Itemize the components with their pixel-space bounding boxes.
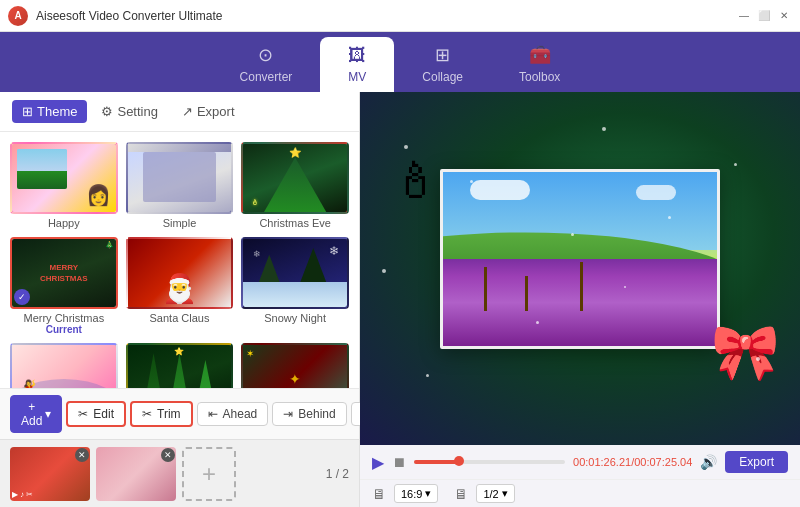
audio-ctrl-icon: ♪: [20, 490, 24, 499]
converter-icon: ⊙: [258, 44, 273, 66]
stop-button[interactable]: ⏹: [392, 454, 406, 470]
theme-santa-claus[interactable]: 🎅 Santa Claus: [126, 237, 234, 335]
ahead-button[interactable]: ⇤ Ahead: [197, 402, 269, 426]
theme-snowy-night[interactable]: ❄ ❄ Snowy Night: [241, 237, 349, 335]
app-logo: A: [8, 6, 28, 26]
film-close-2[interactable]: ✕: [161, 448, 175, 462]
theme-christmas-eve[interactable]: ⭐ 🕯 Christmas Eve: [241, 142, 349, 229]
zoom-dropdown-icon: ▾: [502, 487, 508, 500]
theme-thumb-stripes-waves: 💃: [10, 343, 118, 388]
edit-button[interactable]: ✂ Edit: [66, 401, 126, 427]
ahead-icon: ⇤: [208, 407, 218, 421]
theme-thumb-christmas-eve: ⭐ 🕯: [241, 142, 349, 214]
minimize-icon[interactable]: —: [736, 8, 752, 24]
app-title: Aiseesoft Video Converter Ultimate: [36, 9, 736, 23]
play-button[interactable]: ▶: [372, 453, 384, 472]
current-label: Current: [46, 324, 82, 335]
ratio-dropdown-icon: ▾: [425, 487, 431, 500]
tab-mv[interactable]: 🖼 MV: [320, 37, 394, 92]
right-panel: 🕯: [360, 92, 800, 507]
monitor-icon: 🖥: [372, 486, 386, 502]
maximize-icon[interactable]: ⬜: [756, 8, 772, 24]
theme-label-snowy-night: Snowy Night: [264, 312, 326, 324]
add-button[interactable]: + Add ▾: [10, 395, 62, 433]
theme-thumb-snowy-night: ❄ ❄: [241, 237, 349, 309]
theme-label-merry-christmas: Merry Christmas: [23, 312, 104, 324]
subnav-setting[interactable]: ⚙ Setting: [91, 100, 167, 123]
play-ctrl-icon: ▶: [12, 490, 18, 499]
ratio-controls: 🖥 16:9 ▾ 🖥 1/2 ▾: [360, 479, 800, 507]
behind-icon: ⇥: [283, 407, 293, 421]
theme-thumb-christmas-tree: ⭐: [126, 343, 234, 388]
nav-tabs: ⊙ Converter 🖼 MV ⊞ Collage 🧰 Toolbox: [0, 32, 800, 92]
theme-stripes-waves[interactable]: 💃 Stripes & Waves: [10, 343, 118, 388]
theme-check-icon: ✓: [14, 289, 30, 305]
film-close-1[interactable]: ✕: [75, 448, 89, 462]
theme-grid-icon: ⊞: [22, 104, 33, 119]
preview-area: 🕯: [360, 92, 800, 445]
theme-label-happy: Happy: [48, 217, 80, 229]
collage-icon: ⊞: [435, 44, 450, 66]
player-controls: ▶ ⏹ 00:01:26.21/00:07:25.04 🔊 Export: [360, 445, 800, 479]
progress-bar[interactable]: [414, 460, 565, 464]
theme-thumb-simple: [126, 142, 234, 214]
tab-converter[interactable]: ⊙ Converter: [212, 36, 321, 92]
theme-thumb-beautiful-christmas: ✦ 🎁 ✶: [241, 343, 349, 388]
export-button[interactable]: Export: [725, 451, 788, 473]
behind-button[interactable]: ⇥ Behind: [272, 402, 346, 426]
theme-thumb-happy: 👩: [10, 142, 118, 214]
theme-grid: 👩 Happy Simple ⭐: [0, 132, 359, 388]
volume-icon[interactable]: 🔊: [700, 454, 717, 470]
display-icon: 🖥: [454, 486, 468, 502]
theme-christmas-tree[interactable]: ⭐ Christmas Tree: [126, 343, 234, 388]
filmstrip: ✕ ▶ ♪ ✂ ✕ + 1 / 2: [0, 439, 359, 507]
add-dropdown-icon: ▾: [45, 407, 51, 421]
theme-label-santa-claus: Santa Claus: [150, 312, 210, 324]
edit-ctrl-icon: ✂: [26, 490, 33, 499]
film-controls-1: ▶ ♪ ✂: [12, 490, 33, 499]
theme-thumb-merry-christmas: MERRYCHRISTMAS 🎄 ✓: [10, 237, 118, 309]
ratio-selector[interactable]: 16:9 ▾: [394, 484, 438, 503]
setting-gear-icon: ⚙: [101, 104, 113, 119]
trim-scissors-icon: ✂: [142, 407, 152, 421]
mv-icon: 🖼: [348, 45, 366, 66]
theme-label-christmas-eve: Christmas Eve: [259, 217, 331, 229]
bottom-toolbar: + Add ▾ ✂ Edit ✂ Trim ⇤ Ahead ⇥ Behind ◁…: [0, 388, 359, 439]
tab-collage[interactable]: ⊞ Collage: [394, 36, 491, 92]
subnav-export[interactable]: ↗ Export: [172, 100, 245, 123]
export-icon: ↗: [182, 104, 193, 119]
close-icon[interactable]: ✕: [776, 8, 792, 24]
bow-decoration: 🎀: [711, 320, 780, 385]
theme-beautiful-christmas[interactable]: ✦ 🎁 ✶ Beautiful Christmas: [241, 343, 349, 388]
tab-toolbox[interactable]: 🧰 Toolbox: [491, 36, 588, 92]
theme-thumb-santa-claus: 🎅: [126, 237, 234, 309]
progress-fill: [414, 460, 459, 464]
main-content: ⊞ Theme ⚙ Setting ↗ Export: [0, 92, 800, 507]
theme-happy[interactable]: 👩 Happy: [10, 142, 118, 229]
edit-scissors-icon: ✂: [78, 407, 88, 421]
theme-merry-christmas[interactable]: MERRYCHRISTMAS 🎄 ✓ Merry Christmas Curre…: [10, 237, 118, 335]
theme-label-simple: Simple: [163, 217, 197, 229]
toolbox-icon: 🧰: [529, 44, 551, 66]
progress-handle[interactable]: [454, 456, 464, 466]
timecode: 00:01:26.21/00:07:25.04: [573, 456, 692, 468]
left-panel: ⊞ Theme ⚙ Setting ↗ Export: [0, 92, 360, 507]
trim-button[interactable]: ✂ Trim: [130, 401, 193, 427]
window-controls: — ⬜ ✕: [736, 8, 792, 24]
sub-nav: ⊞ Theme ⚙ Setting ↗ Export: [0, 92, 359, 132]
page-indicator: 1 / 2: [326, 467, 349, 481]
preview-frame: [440, 169, 720, 349]
title-bar: A Aiseesoft Video Converter Ultimate — ⬜…: [0, 0, 800, 32]
theme-simple[interactable]: Simple: [126, 142, 234, 229]
film-add-button[interactable]: +: [182, 447, 236, 501]
preview-inner: [443, 172, 717, 346]
zoom-selector[interactable]: 1/2 ▾: [476, 484, 514, 503]
film-item-1[interactable]: ✕ ▶ ♪ ✂: [10, 447, 90, 501]
film-item-2[interactable]: ✕: [96, 447, 176, 501]
subnav-theme[interactable]: ⊞ Theme: [12, 100, 87, 123]
candle-decoration: 🕯: [390, 152, 440, 210]
